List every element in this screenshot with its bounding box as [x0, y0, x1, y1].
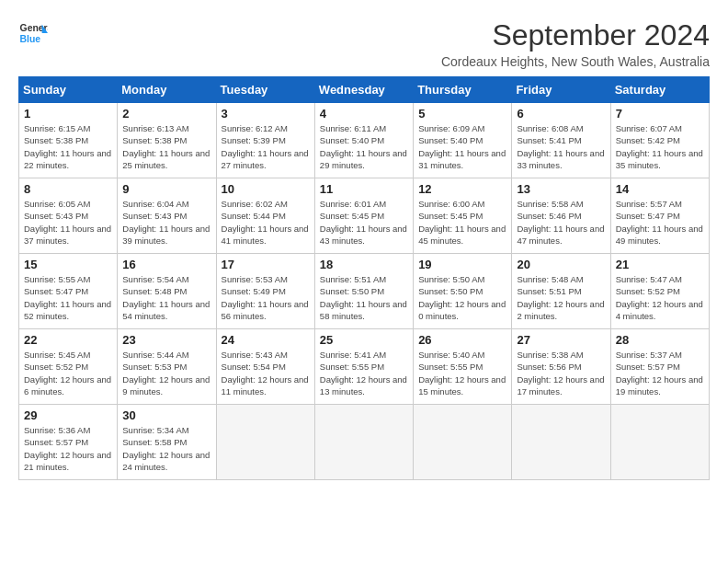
calendar-cell: 2Sunrise: 6:13 AMSunset: 5:38 PMDaylight… [118, 103, 216, 178]
calendar-cell: 22Sunrise: 5:45 AMSunset: 5:52 PMDayligh… [19, 329, 118, 405]
week-row-4: 22Sunrise: 5:45 AMSunset: 5:52 PMDayligh… [19, 329, 710, 405]
day-number: 20 [517, 258, 605, 271]
calendar-cell: 29Sunrise: 5:36 AMSunset: 5:57 PMDayligh… [19, 405, 118, 480]
day-info: Sunrise: 5:41 AMSunset: 5:55 PMDaylight:… [320, 349, 408, 397]
day-info: Sunrise: 5:45 AMSunset: 5:52 PMDaylight:… [24, 349, 112, 397]
day-number: 16 [122, 258, 210, 271]
day-info: Sunrise: 6:15 AMSunset: 5:38 PMDaylight:… [24, 122, 112, 171]
day-number: 12 [418, 182, 506, 196]
title-section: September 2024 Cordeaux Heights, New Sou… [441, 18, 710, 69]
day-number: 17 [222, 258, 310, 271]
calendar-cell: 19Sunrise: 5:50 AMSunset: 5:50 PMDayligh… [414, 254, 512, 329]
column-header-sunday: Sunday [19, 77, 118, 103]
day-number: 27 [517, 333, 605, 347]
day-number: 4 [320, 107, 408, 121]
day-number: 11 [320, 182, 408, 196]
day-number: 2 [122, 107, 210, 121]
day-info: Sunrise: 6:09 AMSunset: 5:40 PMDaylight:… [418, 122, 506, 171]
day-info: Sunrise: 5:51 AMSunset: 5:50 PMDaylight:… [320, 273, 408, 322]
day-number: 7 [616, 107, 704, 121]
day-number: 15 [24, 258, 112, 271]
calendar-cell: 18Sunrise: 5:51 AMSunset: 5:50 PMDayligh… [314, 254, 413, 329]
calendar-cell: 7Sunrise: 6:07 AMSunset: 5:42 PMDaylight… [610, 103, 709, 178]
calendar-cell [610, 405, 709, 480]
week-row-5: 29Sunrise: 5:36 AMSunset: 5:57 PMDayligh… [19, 405, 710, 480]
day-info: Sunrise: 5:58 AMSunset: 5:46 PMDaylight:… [517, 198, 605, 247]
svg-text:Blue: Blue [20, 34, 41, 44]
day-info: Sunrise: 5:50 AMSunset: 5:50 PMDaylight:… [418, 273, 506, 322]
calendar-table: SundayMondayTuesdayWednesdayThursdayFrid… [18, 76, 710, 480]
calendar-cell: 16Sunrise: 5:54 AMSunset: 5:48 PMDayligh… [118, 254, 216, 329]
calendar-cell: 17Sunrise: 5:53 AMSunset: 5:49 PMDayligh… [216, 254, 314, 329]
day-info: Sunrise: 5:48 AMSunset: 5:51 PMDaylight:… [517, 273, 605, 322]
calendar-cell: 6Sunrise: 6:08 AMSunset: 5:41 PMDaylight… [512, 103, 610, 178]
day-info: Sunrise: 6:05 AMSunset: 5:43 PMDaylight:… [24, 198, 112, 247]
day-info: Sunrise: 5:47 AMSunset: 5:52 PMDaylight:… [616, 273, 704, 322]
calendar-header-row: SundayMondayTuesdayWednesdayThursdayFrid… [19, 77, 710, 103]
calendar-cell [512, 405, 610, 480]
day-info: Sunrise: 6:08 AMSunset: 5:41 PMDaylight:… [517, 122, 605, 171]
calendar-cell: 11Sunrise: 6:01 AMSunset: 5:45 PMDayligh… [314, 178, 413, 254]
day-number: 26 [418, 333, 506, 347]
day-number: 21 [616, 258, 704, 271]
calendar-cell: 12Sunrise: 6:00 AMSunset: 5:45 PMDayligh… [414, 178, 512, 254]
day-info: Sunrise: 6:12 AMSunset: 5:39 PMDaylight:… [222, 122, 310, 171]
main-title: September 2024 [441, 18, 710, 52]
week-row-3: 15Sunrise: 5:55 AMSunset: 5:47 PMDayligh… [19, 254, 710, 329]
column-header-wednesday: Wednesday [314, 77, 413, 103]
column-header-friday: Friday [512, 77, 610, 103]
day-info: Sunrise: 5:55 AMSunset: 5:47 PMDaylight:… [24, 273, 112, 322]
week-row-2: 8Sunrise: 6:05 AMSunset: 5:43 PMDaylight… [19, 178, 710, 254]
calendar-cell: 10Sunrise: 6:02 AMSunset: 5:44 PMDayligh… [216, 178, 314, 254]
day-number: 6 [517, 107, 605, 121]
calendar-cell: 23Sunrise: 5:44 AMSunset: 5:53 PMDayligh… [118, 329, 216, 405]
calendar-cell: 25Sunrise: 5:41 AMSunset: 5:55 PMDayligh… [314, 329, 413, 405]
day-info: Sunrise: 6:04 AMSunset: 5:43 PMDaylight:… [122, 198, 210, 247]
week-row-1: 1Sunrise: 6:15 AMSunset: 5:38 PMDaylight… [19, 103, 710, 178]
day-number: 18 [320, 258, 408, 271]
logo: General Blue [18, 18, 48, 48]
calendar-cell: 28Sunrise: 5:37 AMSunset: 5:57 PMDayligh… [610, 329, 709, 405]
day-number: 24 [222, 333, 310, 347]
day-info: Sunrise: 5:36 AMSunset: 5:57 PMDaylight:… [24, 424, 112, 473]
calendar-cell [314, 405, 413, 480]
day-info: Sunrise: 5:34 AMSunset: 5:58 PMDaylight:… [122, 424, 210, 473]
day-number: 30 [122, 408, 210, 422]
calendar-cell: 8Sunrise: 6:05 AMSunset: 5:43 PMDaylight… [19, 178, 118, 254]
day-number: 14 [616, 182, 704, 196]
calendar-cell [414, 405, 512, 480]
calendar-cell: 5Sunrise: 6:09 AMSunset: 5:40 PMDaylight… [414, 103, 512, 178]
day-info: Sunrise: 6:11 AMSunset: 5:40 PMDaylight:… [320, 122, 408, 171]
calendar-cell: 9Sunrise: 6:04 AMSunset: 5:43 PMDaylight… [118, 178, 216, 254]
day-info: Sunrise: 5:40 AMSunset: 5:55 PMDaylight:… [418, 349, 506, 397]
day-info: Sunrise: 5:53 AMSunset: 5:49 PMDaylight:… [222, 273, 310, 322]
day-info: Sunrise: 6:02 AMSunset: 5:44 PMDaylight:… [222, 198, 310, 247]
day-info: Sunrise: 5:54 AMSunset: 5:48 PMDaylight:… [122, 273, 210, 322]
day-number: 13 [517, 182, 605, 196]
calendar-cell: 14Sunrise: 5:57 AMSunset: 5:47 PMDayligh… [610, 178, 709, 254]
day-number: 25 [320, 333, 408, 347]
column-header-tuesday: Tuesday [216, 77, 314, 103]
calendar-cell: 21Sunrise: 5:47 AMSunset: 5:52 PMDayligh… [610, 254, 709, 329]
calendar-cell: 4Sunrise: 6:11 AMSunset: 5:40 PMDaylight… [314, 103, 413, 178]
day-info: Sunrise: 6:01 AMSunset: 5:45 PMDaylight:… [320, 198, 408, 247]
column-header-monday: Monday [118, 77, 216, 103]
day-info: Sunrise: 5:44 AMSunset: 5:53 PMDaylight:… [122, 349, 210, 397]
calendar-cell: 27Sunrise: 5:38 AMSunset: 5:56 PMDayligh… [512, 329, 610, 405]
column-header-thursday: Thursday [414, 77, 512, 103]
calendar-cell: 26Sunrise: 5:40 AMSunset: 5:55 PMDayligh… [414, 329, 512, 405]
day-info: Sunrise: 5:57 AMSunset: 5:47 PMDaylight:… [616, 198, 704, 247]
page-header: General Blue September 2024 Cordeaux Hei… [18, 18, 710, 69]
calendar-cell: 20Sunrise: 5:48 AMSunset: 5:51 PMDayligh… [512, 254, 610, 329]
calendar-cell: 24Sunrise: 5:43 AMSunset: 5:54 PMDayligh… [216, 329, 314, 405]
day-number: 22 [24, 333, 112, 347]
day-info: Sunrise: 5:43 AMSunset: 5:54 PMDaylight:… [222, 349, 310, 397]
day-number: 8 [24, 182, 112, 196]
logo-icon: General Blue [18, 18, 48, 48]
day-number: 23 [122, 333, 210, 347]
day-info: Sunrise: 5:38 AMSunset: 5:56 PMDaylight:… [517, 349, 605, 397]
column-header-saturday: Saturday [610, 77, 709, 103]
calendar-cell [216, 405, 314, 480]
calendar-cell: 1Sunrise: 6:15 AMSunset: 5:38 PMDaylight… [19, 103, 118, 178]
day-number: 9 [122, 182, 210, 196]
